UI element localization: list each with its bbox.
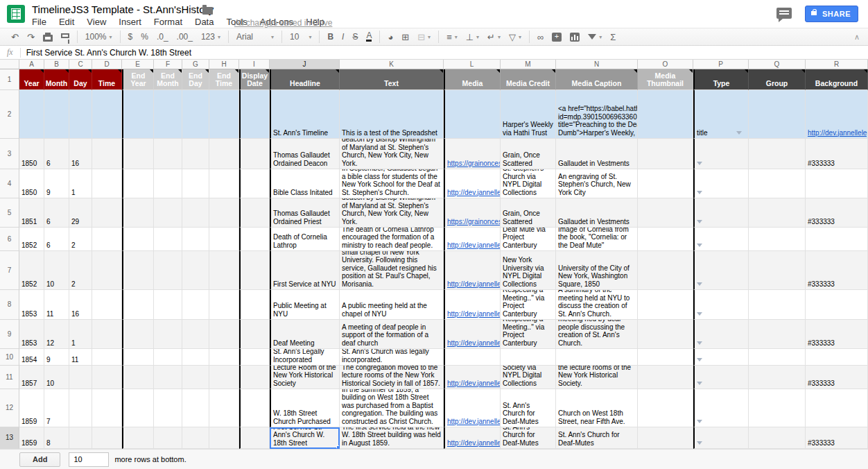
row-header-8[interactable]: 8	[0, 290, 19, 320]
cell-R3[interactable]: #333333	[806, 139, 868, 169]
cell-L1[interactable]: Media	[444, 69, 501, 90]
cell-R13[interactable]: #333333	[806, 427, 868, 449]
font-family-select[interactable]: Arial▾	[232, 30, 278, 44]
cell-H4[interactable]	[209, 169, 239, 198]
row-header-2[interactable]: 2	[0, 90, 19, 139]
cell-K5[interactable]: Thomas Gallaudet ordained a deacon by Bi…	[340, 198, 444, 228]
cell-M4[interactable]: St. Stephen's Church via NYPL Digital Co…	[501, 169, 556, 198]
cell-I2[interactable]	[239, 90, 270, 139]
cell-P1[interactable]: Type	[693, 69, 749, 90]
cell-D1[interactable]: Time	[92, 69, 122, 90]
cell-B10[interactable]: 9	[44, 349, 69, 366]
column-header-O[interactable]: O	[638, 60, 693, 69]
menu-view[interactable]: View	[87, 17, 106, 27]
cell-O10[interactable]	[638, 349, 693, 366]
cell-A12[interactable]: 1859	[19, 389, 44, 427]
cell-A5[interactable]: 1851	[19, 198, 44, 228]
cell-D9[interactable]	[92, 320, 122, 349]
cell-N8[interactable]: A summary of the meeting held at NYU to …	[556, 290, 638, 320]
cell-E11[interactable]	[122, 366, 154, 389]
decrease-decimal-button[interactable]: .0_	[153, 30, 173, 44]
borders-button[interactable]: ⊞	[397, 30, 413, 44]
dropdown-arrow-icon[interactable]	[697, 282, 702, 286]
cell-O13[interactable]	[638, 427, 693, 449]
cell-D10[interactable]	[92, 349, 122, 366]
cell-O2[interactable]	[638, 90, 693, 139]
cell-link[interactable]: https://grainoncesca	[447, 218, 501, 226]
column-header-J[interactable]: J	[270, 60, 340, 69]
cell-Q10[interactable]	[749, 349, 806, 366]
cell-F6[interactable]	[154, 228, 182, 251]
cell-H6[interactable]	[209, 228, 239, 251]
row-header-7[interactable]: 7	[0, 251, 19, 290]
cell-I4[interactable]	[239, 169, 270, 198]
column-header-Q[interactable]: Q	[749, 60, 806, 69]
column-header-N[interactable]: N	[556, 60, 638, 69]
insert-chart-button[interactable]	[566, 30, 584, 44]
cell-R7[interactable]: #333333	[806, 251, 868, 290]
cell-link[interactable]: http://dev.jannelleleg	[447, 339, 501, 348]
dropdown-arrow-icon[interactable]	[736, 131, 742, 135]
cell-O4[interactable]	[638, 169, 693, 198]
cell-link[interactable]: http://dev.jannelleleg	[447, 418, 501, 426]
cell-D13[interactable]	[92, 427, 122, 449]
row-header-10[interactable]: 10	[0, 349, 19, 366]
cell-C6[interactable]: 2	[69, 228, 92, 251]
cell-F7[interactable]	[154, 251, 182, 290]
cell-N10[interactable]	[556, 349, 638, 366]
menu-edit[interactable]: Edit	[59, 17, 74, 27]
cell-B7[interactable]: 10	[44, 251, 69, 290]
text-color-button[interactable]: A	[362, 30, 376, 44]
horizontal-align-button[interactable]: ≡▾	[442, 30, 462, 44]
cell-B2[interactable]	[44, 90, 69, 139]
row-header-1[interactable]: 1	[0, 69, 19, 90]
cell-P8[interactable]	[693, 290, 749, 320]
cell-M5[interactable]: Grain, Once Scattered	[501, 198, 556, 228]
row-header-9[interactable]: 9	[0, 320, 19, 349]
cell-K7[interactable]: The first service held at the small chap…	[340, 251, 444, 290]
cell-K1[interactable]: Text	[340, 69, 444, 90]
cell-L12[interactable]: http://dev.jannelleleg	[444, 389, 501, 427]
cell-G4[interactable]	[182, 169, 209, 198]
cell-B11[interactable]: 10	[44, 366, 69, 389]
save-status-link[interactable]: All changes saved in Drive	[234, 18, 332, 28]
cell-C3[interactable]: 16	[69, 139, 92, 169]
formula-input[interactable]: First Service St. Ann's Church W. 18th S…	[26, 48, 191, 58]
cell-A3[interactable]: 1850	[19, 139, 44, 169]
cell-G2[interactable]	[182, 90, 209, 139]
cell-J13[interactable]: First Service St. Ann's Church W. 18th S…	[270, 427, 340, 449]
cell-L7[interactable]: http://dev.jannelleleg	[444, 251, 501, 290]
cell-G6[interactable]	[182, 228, 209, 251]
cell-Q9[interactable]	[749, 320, 806, 349]
cell-P7[interactable]	[693, 251, 749, 290]
redo-button[interactable]: ↷	[23, 30, 39, 44]
column-header-F[interactable]: F	[154, 60, 182, 69]
cell-O9[interactable]	[638, 320, 693, 349]
cell-C2[interactable]	[69, 90, 92, 139]
cell-J5[interactable]: Thomas Gallaudet Ordained Priest	[270, 198, 340, 228]
cell-K10[interactable]: St. Ann's Church was legally incorporate…	[340, 349, 444, 366]
cell-Q13[interactable]	[749, 427, 806, 449]
cell-R1[interactable]: Background	[806, 69, 868, 90]
cell-G10[interactable]	[182, 349, 209, 366]
cell-R12[interactable]	[806, 389, 868, 427]
dropdown-arrow-icon[interactable]	[697, 191, 702, 194]
fill-color-button[interactable]: ◕	[383, 30, 397, 44]
cell-E8[interactable]	[122, 290, 154, 320]
cell-I10[interactable]	[239, 349, 270, 366]
cell-R9[interactable]: #333333	[806, 320, 868, 349]
cell-M8[interactable]: "Statements Respecting a Meeting.." via …	[501, 290, 556, 320]
cell-L10[interactable]	[444, 349, 501, 366]
merge-cells-button[interactable]: ⊟▾	[413, 30, 435, 44]
cell-E5[interactable]	[122, 198, 154, 228]
cell-R6[interactable]	[806, 228, 868, 251]
cell-H1[interactable]: End Time	[209, 69, 239, 90]
cell-A11[interactable]: 1857	[19, 366, 44, 389]
cell-F2[interactable]	[154, 90, 182, 139]
cell-P10[interactable]	[693, 349, 749, 366]
undo-button[interactable]: ↶	[7, 30, 23, 44]
cell-M11[interactable]: New York Historical Society via NYPL Dig…	[501, 366, 556, 389]
cell-K4[interactable]: In September, Gallaudet began a bible cl…	[340, 169, 444, 198]
cell-L2[interactable]	[444, 90, 501, 139]
column-header-P[interactable]: P	[693, 60, 749, 69]
